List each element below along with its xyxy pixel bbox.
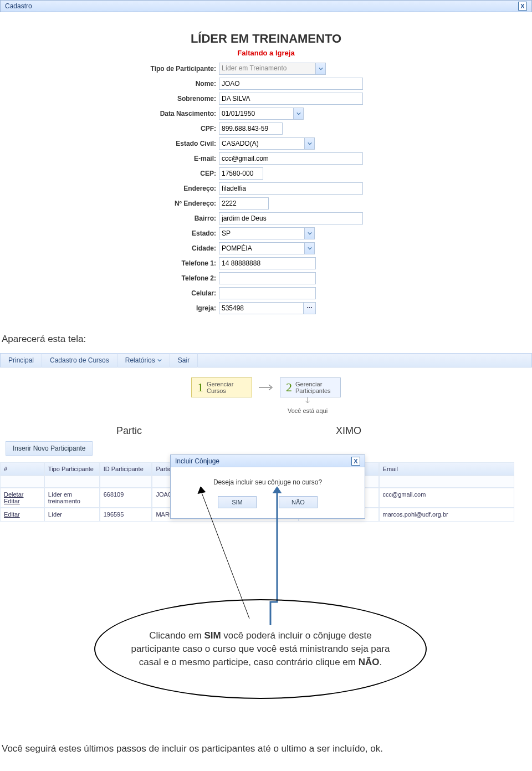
chevron-down-icon: [157, 358, 162, 362]
edit-link[interactable]: Editar: [4, 498, 20, 504]
sobrenome-label: Sobrenome:: [66, 95, 219, 103]
delete-link[interactable]: Deletar: [4, 491, 23, 498]
menu-cadastro-cursos[interactable]: Cadastro de Cursos: [42, 353, 117, 367]
col-tipo: Tipo Participante: [44, 462, 100, 476]
step-here-label: Você está aqui: [83, 407, 532, 414]
dialog-titlebar: Incluir Cônjuge X: [171, 455, 365, 467]
step-here-indicator: [83, 397, 532, 406]
dialog-title: Incluir Cônjuge: [175, 457, 219, 465]
arrow-right-icon: [258, 383, 274, 392]
window-titlebar: Cadastro X: [0, 0, 532, 12]
chevron-down-icon[interactable]: [294, 108, 304, 120]
dialog-question: Deseja incluir seu cônjuge no curso?: [176, 478, 359, 486]
endereco-label: Endereço:: [66, 185, 219, 192]
filter-tipo[interactable]: [48, 479, 96, 487]
section-text: Aparecerá esta tela:: [2, 334, 532, 345]
chevron-down-icon[interactable]: [305, 137, 315, 150]
sobrenome-input[interactable]: [219, 93, 363, 105]
col-email: Email: [379, 462, 514, 476]
email-input[interactable]: [219, 152, 363, 165]
estado-civil-input[interactable]: [219, 137, 305, 150]
nome-input[interactable]: [219, 78, 363, 90]
igreja-input[interactable]: [219, 302, 304, 314]
data-input[interactable]: [219, 108, 294, 120]
chevron-down-icon[interactable]: [316, 63, 326, 75]
insert-participant-button[interactable]: Inserir Novo Participante: [6, 441, 93, 456]
cidade-label: Cidade:: [66, 244, 219, 252]
callout-ellipse: Clicando em SIM você poderá incluir o cô…: [94, 599, 427, 699]
step-1[interactable]: 1 GerenciarCursos: [191, 377, 252, 397]
cidade-dropdown[interactable]: [219, 242, 315, 254]
nome-label: Nome:: [66, 80, 219, 88]
estado-dropdown[interactable]: [219, 227, 315, 239]
callout-area: Clicando em SIM você poderá incluir o cô…: [0, 577, 532, 727]
igreja-lookup[interactable]: ···: [219, 302, 316, 314]
close-icon[interactable]: X: [518, 2, 527, 11]
no-button[interactable]: NÃO: [279, 496, 318, 508]
cep-input[interactable]: [219, 167, 263, 180]
tel1-label: Telefone 1:: [66, 259, 219, 267]
cel-input[interactable]: [219, 287, 316, 299]
arrow-down-icon: [305, 397, 310, 404]
estado-input[interactable]: [219, 227, 305, 239]
endereco-input[interactable]: [219, 182, 363, 195]
chevron-down-icon[interactable]: [305, 242, 315, 254]
tel1-input[interactable]: [219, 257, 316, 269]
tipo-value: Líder em Treinamento: [219, 63, 316, 75]
col-id: ID Participante: [100, 462, 152, 476]
callout-text: Clicando em SIM você poderá incluir o cô…: [129, 629, 392, 669]
cpf-label: CPF:: [66, 125, 219, 132]
tel2-input[interactable]: [219, 272, 316, 284]
data-label: Data Nascimento:: [66, 110, 219, 118]
step-number: 2: [286, 380, 292, 395]
step-2[interactable]: 2 GerenciarParticipantes: [280, 377, 341, 397]
yes-button[interactable]: SIM: [218, 496, 257, 508]
filter-id[interactable]: [104, 479, 149, 487]
tipo-label: Tipo de Participante:: [66, 65, 219, 73]
page-title: LÍDER EM TREINAMENTO: [0, 32, 532, 46]
menubar: Principal Cadastro de Cursos Relatórios …: [0, 353, 532, 367]
num-input[interactable]: [219, 197, 269, 210]
menu-principal[interactable]: Principal: [1, 353, 42, 367]
num-label: Nº Endereço:: [66, 200, 219, 207]
window-title: Cadastro: [5, 2, 32, 10]
menu-sair[interactable]: Sair: [170, 353, 198, 367]
tipo-dropdown[interactable]: Líder em Treinamento: [219, 63, 326, 75]
igreja-label: Igreja:: [66, 304, 219, 312]
data-datepicker[interactable]: [219, 108, 304, 120]
bairro-label: Bairro:: [66, 215, 219, 222]
step-indicator: 1 GerenciarCursos 2 GerenciarParticipant…: [0, 377, 532, 397]
estado-civil-dropdown[interactable]: [219, 137, 315, 150]
step-number: 1: [197, 380, 203, 395]
menu-relatorios[interactable]: Relatórios: [117, 353, 170, 367]
close-icon[interactable]: X: [351, 457, 360, 466]
filter-email[interactable]: [383, 479, 510, 487]
ellipsis-icon[interactable]: ···: [304, 302, 316, 314]
edit-link[interactable]: Editar: [4, 511, 20, 518]
cidade-input[interactable]: [219, 242, 305, 254]
chevron-down-icon[interactable]: [305, 227, 315, 239]
include-spouse-dialog: Incluir Cônjuge X Deseja incluir seu côn…: [170, 455, 365, 519]
bottom-text: Você seguirá estes últimos passos de inc…: [0, 743, 532, 765]
cpf-input[interactable]: [219, 122, 283, 135]
participants-title: Partic XIMO: [116, 425, 532, 437]
estado-civil-label: Estado Civil:: [66, 140, 219, 147]
cel-label: Celular:: [66, 289, 219, 297]
cep-label: CEP:: [66, 170, 219, 177]
estado-label: Estado:: [66, 229, 219, 237]
bairro-input[interactable]: [219, 212, 363, 224]
col-actions: #: [0, 462, 44, 476]
registration-form: Tipo de Participante: Líder em Treinamen…: [66, 63, 466, 314]
email-label: E-mail:: [66, 155, 219, 162]
warning-text: Faltando a Igreja: [0, 49, 532, 57]
tel2-label: Telefone 2:: [66, 274, 219, 282]
